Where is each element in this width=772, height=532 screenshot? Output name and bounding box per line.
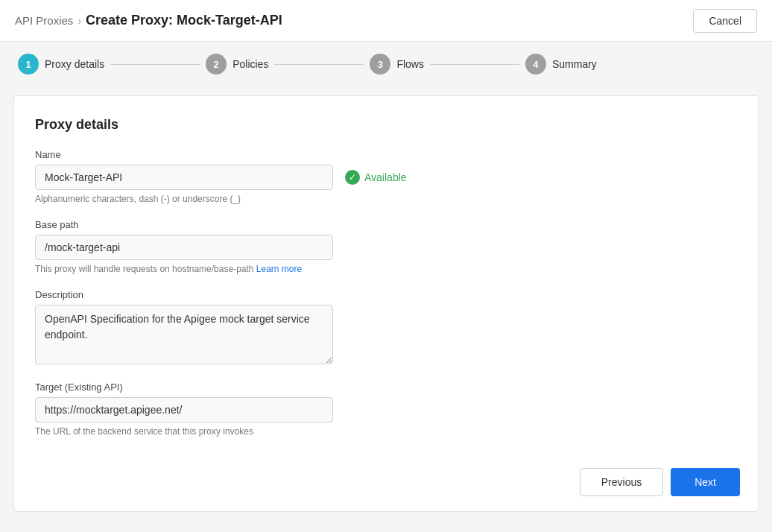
name-row: ✓ Available xyxy=(35,165,737,190)
step-4: 4 Summary xyxy=(525,54,597,75)
step-4-label: Summary xyxy=(552,58,597,70)
target-field-group: Target (Existing API) The URL of the bac… xyxy=(35,381,737,437)
main-card: Proxy details Name ✓ Available Alphanume… xyxy=(13,95,759,512)
description-textarea[interactable]: OpenAPI Specification for the Apigee moc… xyxy=(35,305,333,364)
target-input[interactable] xyxy=(35,397,333,422)
step-3-circle: 3 xyxy=(370,54,390,75)
stepper: 1 Proxy details 2 Policies 3 Flows 4 Sum… xyxy=(0,42,772,86)
step-1: 1 Proxy details xyxy=(18,54,104,75)
name-label: Name xyxy=(35,149,737,160)
header-left: API Proxies › Create Proxy: Mock-Target-… xyxy=(15,13,282,28)
name-input[interactable] xyxy=(35,165,333,190)
step-connector-3 xyxy=(430,64,519,65)
available-badge: ✓ Available xyxy=(345,170,407,185)
step-connector-1 xyxy=(110,64,200,65)
step-1-label: Proxy details xyxy=(45,58,104,70)
name-field-group: Name ✓ Available Alphanumeric characters… xyxy=(35,149,737,204)
step-2-label: Policies xyxy=(232,58,268,70)
breadcrumb-chevron-icon: › xyxy=(77,15,81,27)
card-title: Proxy details xyxy=(35,117,737,133)
step-2-circle: 2 xyxy=(206,54,227,75)
header: API Proxies › Create Proxy: Mock-Target-… xyxy=(0,0,772,42)
base-path-hint: This proxy will handle requests on hostn… xyxy=(35,264,737,274)
next-button[interactable]: Next xyxy=(671,468,740,496)
description-field-group: Description OpenAPI Specification for th… xyxy=(35,289,737,367)
base-path-field-group: Base path This proxy will handle request… xyxy=(35,219,737,274)
available-label: Available xyxy=(364,171,407,183)
step-1-circle: 1 xyxy=(18,54,39,75)
target-label: Target (Existing API) xyxy=(35,381,737,393)
target-hint: The URL of the backend service that this… xyxy=(35,426,737,437)
base-path-hint-text: This proxy will handle requests on hostn… xyxy=(35,264,254,274)
step-4-circle: 4 xyxy=(525,54,546,75)
check-circle-icon: ✓ xyxy=(345,170,360,185)
page-title: Create Proxy: Mock-Target-API xyxy=(86,13,282,28)
breadcrumb-link[interactable]: API Proxies xyxy=(15,14,73,27)
learn-more-link[interactable]: Learn more xyxy=(256,264,302,274)
step-connector-2 xyxy=(274,64,364,65)
step-3: 3 Flows xyxy=(370,54,424,75)
cancel-button[interactable]: Cancel xyxy=(693,9,757,33)
step-2: 2 Policies xyxy=(206,54,268,75)
previous-button[interactable]: Previous xyxy=(580,468,663,496)
base-path-input[interactable] xyxy=(35,235,333,260)
footer-buttons: Previous Next xyxy=(580,468,740,496)
description-label: Description xyxy=(35,289,737,300)
base-path-label: Base path xyxy=(35,219,737,230)
step-3-label: Flows xyxy=(396,58,424,70)
name-hint: Alphanumeric characters, dash (-) or und… xyxy=(35,194,737,204)
